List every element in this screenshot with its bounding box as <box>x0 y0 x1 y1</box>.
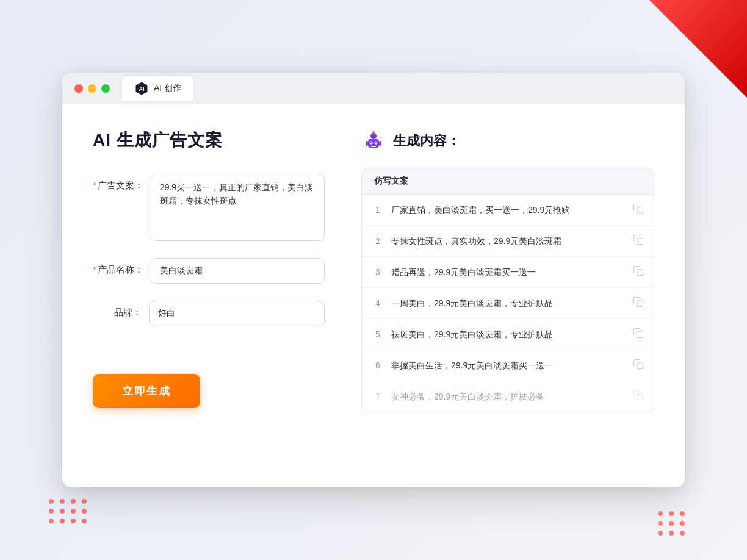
row-number: 6 <box>372 361 384 370</box>
right-header: 生成内容： <box>361 129 654 153</box>
titlebar: AI AI 创作 <box>62 73 685 104</box>
browser-window: AI AI 创作 AI 生成广告文案 *广告文案： *产品名称： <box>62 73 685 487</box>
table-row: 3赠品再送，29.9元美白淡斑霜买一送一 <box>362 257 654 288</box>
svg-rect-13 <box>637 207 643 214</box>
svg-point-12 <box>372 131 375 134</box>
row-text: 专抹女性斑点，真实功效，29.9元美白淡斑霜 <box>391 235 626 248</box>
deco-dots-left <box>49 499 88 523</box>
svg-rect-14 <box>637 239 643 245</box>
content-area: AI 生成广告文案 *广告文案： *产品名称： 品牌： 立 <box>62 104 685 483</box>
tab-label: AI 创作 <box>154 83 181 94</box>
product-name-group: *产品名称： <box>93 258 325 284</box>
results-table: 仿写文案 1厂家直销，美白淡斑霜，买一送一，29.9元抢购2专抹女性斑点，真实功… <box>361 168 654 412</box>
row-text: 一周美白，29.9元美白淡斑霜，专业护肤品 <box>391 297 626 310</box>
svg-rect-19 <box>637 394 643 400</box>
svg-point-8 <box>370 142 372 143</box>
copy-icon[interactable] <box>633 328 644 341</box>
row-text: 女神必备，29.9元美白淡斑霜，护肤必备 <box>391 390 626 403</box>
copy-icon[interactable] <box>633 359 644 372</box>
table-row: 2专抹女性斑点，真实功效，29.9元美白淡斑霜 <box>362 226 654 257</box>
ai-tab-icon: AI <box>134 81 149 96</box>
copy-icon[interactable] <box>633 390 644 403</box>
brand-group: 品牌： <box>93 301 325 326</box>
traffic-lights <box>74 84 110 93</box>
ad-copy-label: *广告文案： <box>93 174 143 192</box>
copy-icon[interactable] <box>633 203 644 217</box>
deco-dots-right <box>658 511 686 536</box>
left-panel: AI 生成广告文案 *广告文案： *产品名称： 品牌： 立 <box>93 129 325 458</box>
row-number: 2 <box>372 236 384 246</box>
row-text: 祛斑美白，29.9元美白淡斑霜，专业护肤品 <box>391 328 626 341</box>
product-name-required: * <box>93 264 96 275</box>
svg-text:AI: AI <box>139 86 145 92</box>
ad-copy-required: * <box>93 180 96 190</box>
row-number: 3 <box>372 267 384 277</box>
copy-icon[interactable] <box>633 234 644 248</box>
table-row: 1厂家直销，美白淡斑霜，买一送一，29.9元抢购 <box>362 195 654 226</box>
row-number: 4 <box>372 298 384 308</box>
svg-rect-10 <box>371 146 376 147</box>
table-row: 7女神必备，29.9元美白淡斑霜，护肤必备 <box>362 381 654 412</box>
ai-tab[interactable]: AI AI 创作 <box>122 76 193 101</box>
ad-copy-input[interactable] <box>151 174 325 241</box>
brand-label: 品牌： <box>93 301 142 318</box>
table-row: 4一周美白，29.9元美白淡斑霜，专业护肤品 <box>362 288 654 319</box>
row-text: 厂家直销，美白淡斑霜，买一送一，29.9元抢购 <box>391 204 626 217</box>
page-title: AI 生成广告文案 <box>93 129 325 152</box>
table-row: 5祛斑美白，29.9元美白淡斑霜，专业护肤品 <box>362 319 654 350</box>
product-name-label: *产品名称： <box>93 258 143 276</box>
row-number: 5 <box>372 329 384 339</box>
row-number: 1 <box>372 205 384 215</box>
svg-rect-17 <box>637 332 643 338</box>
copy-icon[interactable] <box>633 265 644 279</box>
product-name-input[interactable] <box>151 258 325 284</box>
svg-rect-4 <box>366 141 368 146</box>
generate-button[interactable]: 立即生成 <box>93 374 200 408</box>
minimize-button[interactable] <box>88 84 96 93</box>
table-header: 仿写文案 <box>362 168 654 195</box>
svg-rect-5 <box>379 141 381 146</box>
svg-point-9 <box>375 142 377 143</box>
robot-icon <box>361 129 386 153</box>
right-title: 生成内容： <box>393 132 460 150</box>
svg-rect-15 <box>637 270 643 276</box>
row-text: 赠品再送，29.9元美白淡斑霜买一送一 <box>391 266 626 279</box>
brand-input[interactable] <box>149 301 325 326</box>
right-panel: 生成内容： 仿写文案 1厂家直销，美白淡斑霜，买一送一，29.9元抢购2专抹女性… <box>361 129 654 458</box>
svg-rect-18 <box>637 363 643 369</box>
ad-copy-group: *广告文案： <box>93 174 325 241</box>
row-number: 7 <box>372 392 384 401</box>
results-list: 1厂家直销，美白淡斑霜，买一送一，29.9元抢购2专抹女性斑点，真实功效，29.… <box>362 195 654 412</box>
copy-icon[interactable] <box>633 296 644 310</box>
maximize-button[interactable] <box>101 84 110 93</box>
table-row: 6掌握美白生活，29.9元美白淡斑霜买一送一 <box>362 350 654 381</box>
row-text: 掌握美白生活，29.9元美白淡斑霜买一送一 <box>391 359 626 372</box>
svg-rect-16 <box>637 301 643 307</box>
close-button[interactable] <box>74 84 83 93</box>
